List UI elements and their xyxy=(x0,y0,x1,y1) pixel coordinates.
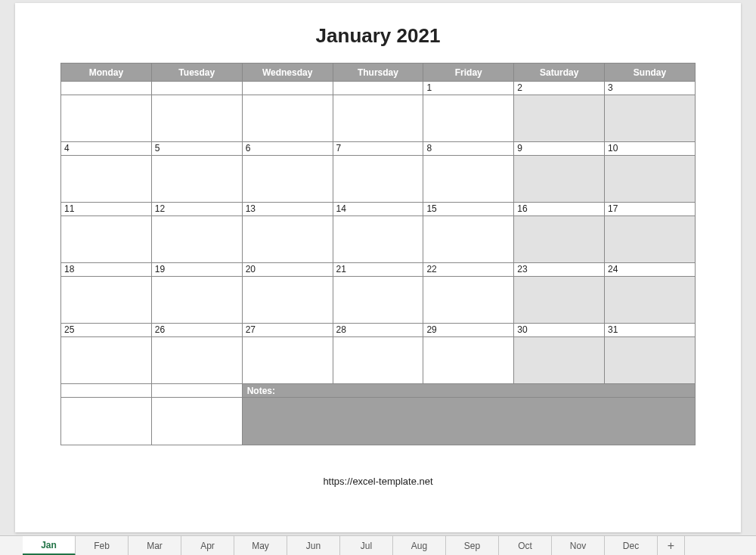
day-cell[interactable]: 17 xyxy=(605,203,696,263)
day-cell[interactable]: 23 xyxy=(514,263,605,324)
sheet-tab-jan[interactable]: Jan xyxy=(23,536,76,555)
day-cell[interactable]: 25 xyxy=(61,324,152,384)
weekday-header: Sunday xyxy=(605,64,696,82)
day-number: 8 xyxy=(423,142,513,156)
sheet-tabs: JanFebMarAprMayJunJulAugSepOctNovDec+ xyxy=(0,535,756,555)
sheet-tab-feb[interactable]: Feb xyxy=(76,536,129,555)
day-number: 16 xyxy=(514,203,604,216)
day-cell[interactable] xyxy=(242,82,333,142)
day-number: 26 xyxy=(152,324,242,337)
sheet-tab-aug[interactable]: Aug xyxy=(393,536,446,555)
day-number: 11 xyxy=(61,203,151,216)
sheet-tab-nov[interactable]: Nov xyxy=(552,536,605,555)
day-number: 14 xyxy=(333,203,423,216)
day-number: 28 xyxy=(333,324,423,337)
day-number: 2 xyxy=(514,82,604,95)
day-number: 13 xyxy=(243,203,333,216)
weekday-header: Thursday xyxy=(333,64,423,82)
day-cell[interactable]: 30 xyxy=(514,324,605,384)
day-number: 7 xyxy=(333,142,423,156)
calendar-title: January 2021 xyxy=(60,24,696,48)
sheet-tab-jun[interactable]: Jun xyxy=(287,536,340,555)
day-cell[interactable]: 5 xyxy=(151,142,242,203)
day-cell[interactable]: 14 xyxy=(333,203,423,263)
day-cell[interactable]: 19 xyxy=(151,263,242,324)
day-cell[interactable]: 12 xyxy=(151,203,242,263)
day-cell[interactable]: 27 xyxy=(242,324,333,384)
day-number: 31 xyxy=(605,324,695,337)
sheet-tab-apr[interactable]: Apr xyxy=(181,536,234,555)
weekday-header: Friday xyxy=(423,64,514,82)
day-cell[interactable]: 15 xyxy=(423,203,514,263)
day-cell[interactable]: 11 xyxy=(61,203,152,263)
blank-cell xyxy=(61,384,152,445)
day-number: 18 xyxy=(61,263,151,277)
day-number: 12 xyxy=(152,203,242,216)
day-cell[interactable]: 6 xyxy=(242,142,333,203)
day-cell[interactable]: 16 xyxy=(514,203,605,263)
day-number: 19 xyxy=(152,263,242,277)
day-number: 9 xyxy=(514,142,604,156)
day-cell[interactable]: 22 xyxy=(423,263,514,324)
day-number: 1 xyxy=(423,82,513,95)
weekday-header: Monday xyxy=(61,64,152,82)
day-number xyxy=(152,82,242,95)
weekday-header: Tuesday xyxy=(151,64,242,82)
sheet-tab-mar[interactable]: Mar xyxy=(129,536,181,555)
day-number: 3 xyxy=(605,82,695,95)
sheet-tab-dec[interactable]: Dec xyxy=(605,536,658,555)
day-cell[interactable]: 21 xyxy=(333,263,423,324)
day-number: 4 xyxy=(61,142,151,156)
day-number: 17 xyxy=(605,203,695,216)
day-cell[interactable] xyxy=(333,82,423,142)
day-number xyxy=(243,82,333,95)
calendar-table: MondayTuesdayWednesdayThursdayFridaySatu… xyxy=(60,63,696,445)
weekday-header: Wednesday xyxy=(242,64,333,82)
day-number: 20 xyxy=(243,263,333,277)
day-number: 10 xyxy=(605,142,695,156)
day-cell[interactable]: 10 xyxy=(605,142,696,203)
day-cell[interactable]: 18 xyxy=(61,263,152,324)
day-cell[interactable]: 31 xyxy=(605,324,696,384)
notes-body[interactable] xyxy=(243,398,695,445)
day-cell[interactable]: 2 xyxy=(514,82,605,142)
day-cell[interactable]: 1 xyxy=(423,82,514,142)
add-sheet-button[interactable]: + xyxy=(658,536,685,555)
day-number: 25 xyxy=(61,324,151,337)
notes-label: Notes: xyxy=(243,384,695,398)
day-cell[interactable]: 4 xyxy=(61,142,152,203)
sheet-tab-sep[interactable]: Sep xyxy=(446,536,499,555)
day-number: 27 xyxy=(243,324,333,337)
day-number: 24 xyxy=(605,263,695,277)
day-number: 23 xyxy=(514,263,604,277)
sheet-tab-jul[interactable]: Jul xyxy=(340,536,393,555)
document-page: January 2021 MondayTuesdayWednesdayThurs… xyxy=(15,3,741,532)
day-cell[interactable] xyxy=(61,82,152,142)
day-cell[interactable]: 3 xyxy=(605,82,696,142)
day-number: 30 xyxy=(514,324,604,337)
day-cell[interactable]: 20 xyxy=(242,263,333,324)
day-cell[interactable]: 13 xyxy=(242,203,333,263)
day-number: 6 xyxy=(243,142,333,156)
day-cell[interactable] xyxy=(151,82,242,142)
weekday-header: Saturday xyxy=(514,64,605,82)
day-number xyxy=(333,82,423,95)
day-cell[interactable]: 7 xyxy=(333,142,423,203)
footer-link[interactable]: https://excel-template.net xyxy=(60,476,696,487)
sheet-tab-oct[interactable]: Oct xyxy=(499,536,552,555)
day-cell[interactable]: 26 xyxy=(151,324,242,384)
day-number xyxy=(61,82,151,95)
day-number: 15 xyxy=(423,203,513,216)
notes-cell[interactable]: Notes: xyxy=(242,384,695,445)
day-cell[interactable]: 28 xyxy=(333,324,423,384)
day-cell[interactable]: 9 xyxy=(514,142,605,203)
day-number: 5 xyxy=(152,142,242,156)
day-number: 22 xyxy=(423,263,513,277)
day-cell[interactable]: 8 xyxy=(423,142,514,203)
day-cell[interactable]: 29 xyxy=(423,324,514,384)
day-cell[interactable]: 24 xyxy=(605,263,696,324)
sheet-tab-may[interactable]: May xyxy=(234,536,287,555)
day-number: 21 xyxy=(333,263,423,277)
blank-cell xyxy=(151,384,242,445)
day-number: 29 xyxy=(423,324,513,337)
